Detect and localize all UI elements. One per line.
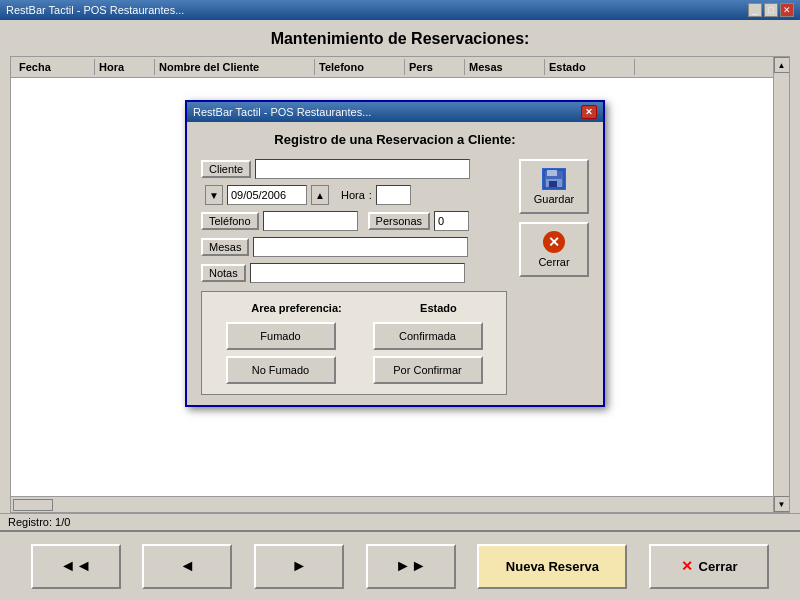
nav-prev-btn[interactable]: ◄ bbox=[142, 544, 232, 589]
nav-next-btn[interactable]: ► bbox=[254, 544, 344, 589]
col-nombre: Nombre del Cliente bbox=[155, 59, 315, 75]
nueva-reserva-btn[interactable]: Nueva Reserva bbox=[477, 544, 627, 589]
window-title: RestBar Tactil - POS Restaurantes... bbox=[6, 4, 184, 16]
hora-input[interactable] bbox=[376, 185, 411, 205]
modal-close-btn[interactable]: ✕ bbox=[581, 105, 597, 119]
col-telefono: Telefono bbox=[315, 59, 405, 75]
telefono-input[interactable] bbox=[263, 211, 358, 231]
pref-header: Area preferencia: Estado bbox=[212, 302, 496, 314]
personas-input[interactable] bbox=[434, 211, 469, 231]
cliente-btn[interactable]: Cliente bbox=[201, 160, 251, 178]
maximize-btn[interactable]: □ bbox=[764, 3, 778, 17]
mesas-btn[interactable]: Mesas bbox=[201, 238, 249, 256]
telefono-personas-row: Teléfono Personas bbox=[201, 211, 507, 231]
confirmada-btn[interactable]: Confirmada bbox=[373, 322, 483, 350]
vertical-scrollbar[interactable]: ▲ ▼ bbox=[773, 57, 789, 512]
table-header: Fecha Hora Nombre del Cliente Telefono P… bbox=[11, 57, 789, 78]
modal-dialog: RestBar Tactil - POS Restaurantes... ✕ R… bbox=[185, 100, 605, 407]
col-extra bbox=[635, 59, 785, 75]
page-title: Mantenimiento de Reservaciones: bbox=[0, 20, 800, 56]
cerrar-x-icon: ✕ bbox=[681, 558, 693, 574]
svg-rect-3 bbox=[549, 181, 557, 187]
telefono-btn[interactable]: Teléfono bbox=[201, 212, 259, 230]
no-fumado-btn[interactable]: No Fumado bbox=[226, 356, 336, 384]
modal-form-area: Cliente ▼ ▲ Hora : Teléfono bbox=[201, 159, 507, 395]
estado-col: Confirmada Por Confirmar bbox=[373, 322, 483, 384]
personas-btn[interactable]: Personas bbox=[368, 212, 430, 230]
preferences-area: Area preferencia: Estado Fumado No Fumad… bbox=[201, 291, 507, 395]
action-buttons: Guardar ✕ Cerrar bbox=[519, 159, 589, 277]
mesas-row: Mesas bbox=[201, 237, 507, 257]
date-input[interactable] bbox=[227, 185, 307, 205]
col-pers: Pers bbox=[405, 59, 465, 75]
guardar-label: Guardar bbox=[534, 193, 574, 205]
close-circle-icon: ✕ bbox=[543, 231, 565, 253]
modal-window-title: RestBar Tactil - POS Restaurantes... bbox=[193, 106, 371, 118]
minimize-btn[interactable]: _ bbox=[748, 3, 762, 17]
scroll-down-btn[interactable]: ▼ bbox=[774, 496, 790, 512]
estado-label: Estado bbox=[420, 302, 457, 314]
save-icon bbox=[542, 168, 566, 190]
status-bar: Registro: 1/0 bbox=[0, 513, 800, 530]
date-hora-row: ▼ ▲ Hora : bbox=[205, 185, 507, 205]
date-prev-btn[interactable]: ▼ bbox=[205, 185, 223, 205]
por-confirmar-btn[interactable]: Por Confirmar bbox=[373, 356, 483, 384]
scroll-up-btn[interactable]: ▲ bbox=[774, 57, 790, 73]
col-mesas: Mesas bbox=[465, 59, 545, 75]
nav-last-btn[interactable]: ►► bbox=[366, 544, 456, 589]
guardar-btn[interactable]: Guardar bbox=[519, 159, 589, 214]
floppy-disk-icon bbox=[543, 169, 565, 189]
notas-btn[interactable]: Notas bbox=[201, 264, 246, 282]
cliente-row: Cliente bbox=[201, 159, 507, 179]
main-content: Mantenimiento de Reservaciones: Fecha Ho… bbox=[0, 20, 800, 600]
cerrar-main-btn[interactable]: ✕ Cerrar bbox=[649, 544, 769, 589]
cliente-input[interactable] bbox=[255, 159, 470, 179]
cerrar-modal-label: Cerrar bbox=[538, 256, 569, 268]
col-hora: Hora bbox=[95, 59, 155, 75]
h-scroll-thumb[interactable] bbox=[13, 499, 53, 511]
modal-body: Registro de una Reservacion a Cliente: C… bbox=[187, 122, 603, 405]
notas-row: Notas bbox=[201, 263, 507, 283]
cerrar-modal-btn[interactable]: ✕ Cerrar bbox=[519, 222, 589, 277]
bottom-toolbar: ◄◄ ◄ ► ►► Nueva Reserva ✕ Cerrar bbox=[0, 530, 800, 600]
nav-first-btn[interactable]: ◄◄ bbox=[31, 544, 121, 589]
date-next-btn[interactable]: ▲ bbox=[311, 185, 329, 205]
horizontal-scrollbar[interactable] bbox=[11, 496, 773, 512]
window-controls: _ □ ✕ bbox=[748, 3, 794, 17]
modal-content-row: Cliente ▼ ▲ Hora : Teléfono bbox=[201, 159, 589, 395]
cerrar-label: Cerrar bbox=[699, 559, 738, 574]
col-fecha: Fecha bbox=[15, 59, 95, 75]
fumado-btn[interactable]: Fumado bbox=[226, 322, 336, 350]
fumado-col: Fumado No Fumado bbox=[226, 322, 336, 384]
notas-input[interactable] bbox=[250, 263, 465, 283]
title-bar: RestBar Tactil - POS Restaurantes... _ □… bbox=[0, 0, 800, 20]
pref-buttons: Fumado No Fumado Confirmada Por Confirma… bbox=[212, 322, 496, 384]
modal-heading: Registro de una Reservacion a Cliente: bbox=[201, 132, 589, 147]
mesas-input[interactable] bbox=[253, 237, 468, 257]
status-text: Registro: 1/0 bbox=[8, 516, 70, 528]
area-preferencia-label: Area preferencia: bbox=[251, 302, 342, 314]
modal-title-bar: RestBar Tactil - POS Restaurantes... ✕ bbox=[187, 102, 603, 122]
hora-colon: : bbox=[369, 189, 372, 201]
col-estado: Estado bbox=[545, 59, 635, 75]
svg-rect-1 bbox=[547, 170, 557, 176]
close-window-btn[interactable]: ✕ bbox=[780, 3, 794, 17]
hora-label: Hora bbox=[341, 189, 365, 201]
